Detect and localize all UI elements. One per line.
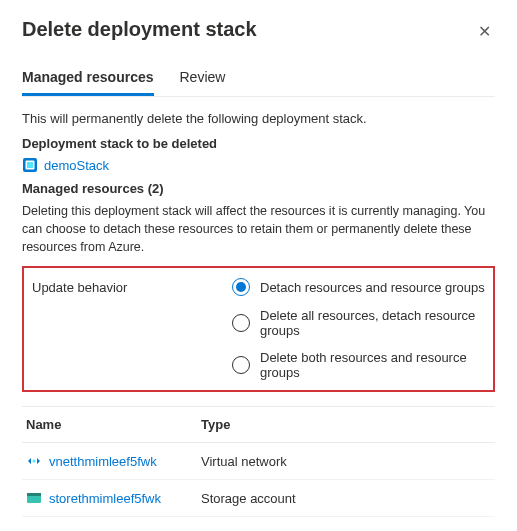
svg-rect-5 <box>27 493 41 496</box>
resource-link[interactable]: vnetthmimleef5fwk <box>26 453 201 469</box>
radio-icon <box>232 356 250 374</box>
close-button[interactable]: ✕ <box>474 18 495 45</box>
resource-type: Virtual network <box>201 454 491 469</box>
vnet-icon <box>26 453 42 469</box>
resource-link[interactable]: storethmimleef5fwk <box>26 490 201 506</box>
intro-text: This will permanently delete the followi… <box>22 111 495 126</box>
svg-rect-2 <box>27 162 33 168</box>
radio-delete-resources[interactable]: Delete all resources, detach resource gr… <box>232 308 485 338</box>
radio-icon <box>232 278 250 296</box>
resource-type: Storage account <box>201 491 491 506</box>
update-behavior-section: Update behavior Detach resources and res… <box>22 266 495 392</box>
tab-review[interactable]: Review <box>180 63 226 96</box>
radio-label: Delete both resources and resource group… <box>260 350 485 380</box>
resource-name: storethmimleef5fwk <box>49 491 161 506</box>
radio-label: Delete all resources, detach resource gr… <box>260 308 485 338</box>
radio-icon <box>232 314 250 332</box>
table-row: storethmimleef5fwk Storage account <box>22 480 495 517</box>
stack-item[interactable]: demoStack <box>22 157 495 173</box>
stack-name: demoStack <box>44 158 109 173</box>
stack-icon <box>22 157 38 173</box>
storage-icon <box>26 490 42 506</box>
update-behavior-label: Update behavior <box>32 278 232 380</box>
svg-point-3 <box>33 460 36 463</box>
page-title: Delete deployment stack <box>22 18 257 41</box>
close-icon: ✕ <box>478 23 491 40</box>
tab-managed-resources[interactable]: Managed resources <box>22 63 154 96</box>
radio-label: Detach resources and resource groups <box>260 280 485 295</box>
managed-heading: Managed resources (2) <box>22 181 495 196</box>
radio-delete-both[interactable]: Delete both resources and resource group… <box>232 350 485 380</box>
col-type-header: Type <box>201 417 491 432</box>
col-name-header: Name <box>26 417 201 432</box>
managed-note: Deleting this deployment stack will affe… <box>22 202 495 256</box>
radio-detach[interactable]: Detach resources and resource groups <box>232 278 485 296</box>
tab-bar: Managed resources Review <box>22 63 495 97</box>
stack-heading: Deployment stack to be deleted <box>22 136 495 151</box>
table-header: Name Type <box>22 406 495 443</box>
table-row: vnetthmimleef5fwk Virtual network <box>22 443 495 480</box>
resource-name: vnetthmimleef5fwk <box>49 454 157 469</box>
